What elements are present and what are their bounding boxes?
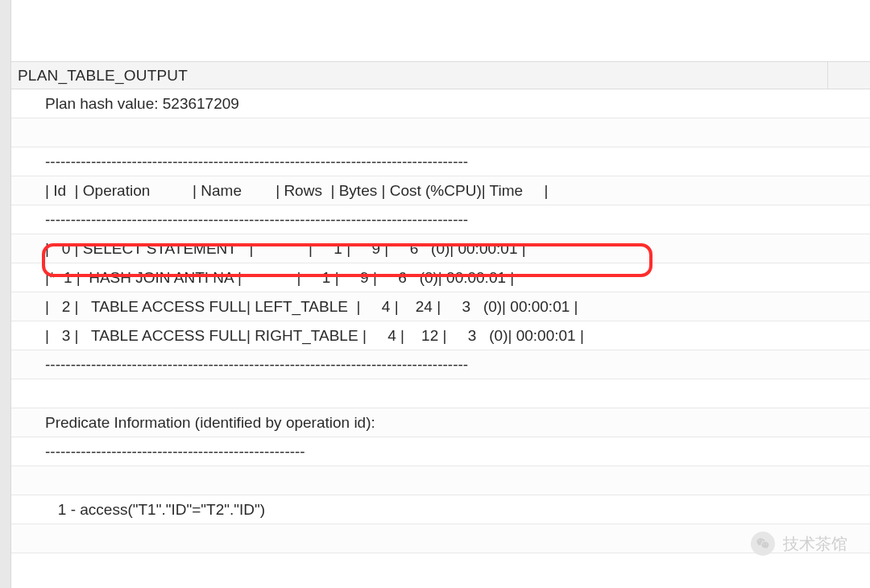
plan-text: ----------------------------------------… <box>45 356 468 374</box>
plan-row-blank[interactable]: . <box>11 379 870 408</box>
plan-text: ----------------------------------------… <box>45 153 468 171</box>
plan-text: ----------------------------------------… <box>45 443 305 461</box>
content-area: PLAN_TABLE_OUTPUT Plan hash value: 52361… <box>11 0 870 588</box>
plan-text: ----------------------------------------… <box>45 211 468 229</box>
plan-text: | 3 | TABLE ACCESS FULL| RIGHT_TABLE | 4… <box>45 327 584 345</box>
plan-text: | Id | Operation | Name | Rows | Bytes |… <box>45 182 548 200</box>
header-scroll-spacer <box>828 62 870 89</box>
plan-output-panel: PLAN_TABLE_OUTPUT Plan hash value: 52361… <box>0 0 870 588</box>
plan-text: | 2 | TABLE ACCESS FULL| LEFT_TABLE | 4 … <box>45 298 578 316</box>
plan-text: Plan hash value: 523617209 <box>45 95 239 113</box>
plan-row-predicate-divider[interactable]: ----------------------------------------… <box>11 437 870 466</box>
watermark: 技术茶馆 <box>751 532 847 556</box>
watermark-text: 技术茶馆 <box>783 533 847 555</box>
plan-row-predicate-header[interactable]: Predicate Information (identified by ope… <box>11 408 870 437</box>
plan-row-predicate[interactable]: 1 - access("T1"."ID"="T2"."ID") <box>11 495 870 524</box>
plan-row-blank[interactable]: . <box>11 118 870 147</box>
plan-text: |* 1 | HASH JOIN ANTI NA | | 1 | 9 | 6 (… <box>45 269 514 287</box>
plan-row-data[interactable]: | 0 | SELECT STATEMENT | | 1 | 9 | 6 (0)… <box>11 234 870 263</box>
plan-row-data-highlighted[interactable]: |* 1 | HASH JOIN ANTI NA | | 1 | 9 | 6 (… <box>11 263 870 292</box>
plan-row-data[interactable]: | 3 | TABLE ACCESS FULL| RIGHT_TABLE | 4… <box>11 321 870 350</box>
plan-row-blank[interactable]: . <box>11 524 870 553</box>
plan-row-data[interactable]: | 2 | TABLE ACCESS FULL| LEFT_TABLE | 4 … <box>11 292 870 321</box>
wechat-icon-svg <box>756 536 770 551</box>
column-header-label: PLAN_TABLE_OUTPUT <box>18 67 188 85</box>
left-gutter <box>0 0 11 588</box>
plan-row-columns[interactable]: | Id | Operation | Name | Rows | Bytes |… <box>11 176 870 205</box>
plan-text: | 0 | SELECT STATEMENT | | 1 | 9 | 6 (0)… <box>45 240 526 258</box>
plan-row-hash[interactable]: Plan hash value: 523617209 <box>11 89 870 118</box>
plan-text: Predicate Information (identified by ope… <box>45 414 375 432</box>
plan-row-blank[interactable]: . <box>11 466 870 495</box>
table-header-row: PLAN_TABLE_OUTPUT <box>11 62 870 89</box>
plan-text: 1 - access("T1"."ID"="T2"."ID") <box>45 501 265 519</box>
column-header-plan-table-output[interactable]: PLAN_TABLE_OUTPUT <box>11 62 828 89</box>
plan-row-divider[interactable]: ----------------------------------------… <box>11 205 870 234</box>
wechat-icon <box>751 532 775 556</box>
plan-rows: Plan hash value: 523617209 . -----------… <box>11 89 870 553</box>
plan-row-divider[interactable]: ----------------------------------------… <box>11 350 870 379</box>
plan-row-divider[interactable]: ----------------------------------------… <box>11 147 870 176</box>
